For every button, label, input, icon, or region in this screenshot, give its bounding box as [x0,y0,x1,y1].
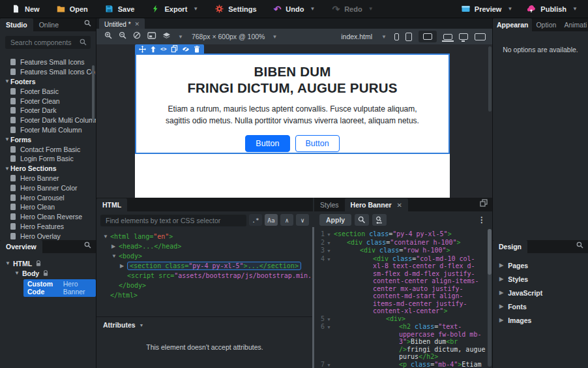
device-small-laptop-icon-selected[interactable] [419,31,437,42]
html-tree-selected-node[interactable]: <section class="py-4 py-xl-5">...</secti… [127,262,301,270]
html-tree-row[interactable]: ▶<section class="py-4 py-xl-5">...</sect… [103,261,313,271]
fold-down-icon[interactable]: ▼ [327,361,331,368]
component-group[interactable]: ▼Hero Sections [0,164,96,174]
move-up-icon[interactable] [150,46,156,53]
overview-node-html[interactable]: ▼ HTML [5,258,96,268]
tab-hero-banner[interactable]: Hero Banner ✕ [345,198,408,211]
fold-right-icon[interactable]: ▶ [111,243,119,249]
tab-design[interactable]: Design [493,240,527,253]
component-item[interactable]: Features Small Icons Co... [0,67,96,77]
design-item-images[interactable]: ▶Images [499,313,588,327]
active-file-selector[interactable]: index.html [341,33,372,40]
settings-button[interactable]: Settings [215,5,256,13]
component-item[interactable]: Footer Clean [0,96,96,106]
component-group[interactable]: ▼Footers [0,77,96,87]
html-tree-node[interactable]: </body> [119,282,146,289]
device-phone-icon[interactable] [394,33,399,40]
move-icon[interactable] [139,46,146,53]
editor-line[interactable]: 4▼<div class="col-md-10 col-xl-8 text-ce… [314,255,486,315]
editor-scrollbar[interactable] [488,229,492,367]
close-icon[interactable]: ✕ [397,202,402,209]
hero-secondary-button[interactable]: Button [295,135,340,152]
fold-down-icon[interactable]: ▼ [111,253,119,259]
hero-paragraph[interactable]: Etiam a rutrum, mauris lectus aptent con… [155,103,430,127]
html-tree-row[interactable]: ▶<head>...</head> [103,241,313,251]
tab-html[interactable]: HTML [96,198,127,211]
styles-menu-kebab-icon[interactable]: ⋮ [478,215,487,224]
fold-right-icon[interactable]: ▶ [120,263,127,269]
search-replace-icon-button[interactable] [372,214,387,226]
html-tree-node[interactable]: <head>...</head> [119,243,181,250]
frame-icon[interactable] [147,31,156,42]
find-elements-input[interactable] [100,215,246,226]
save-button[interactable]: Save [105,5,135,13]
regex-toggle-button[interactable]: .* [249,214,262,226]
component-list-scrollbar[interactable] [92,65,95,121]
editor-line[interactable]: 7▼<p class="mb-4">Etiam a rutrum, mauris… [314,361,486,368]
overview-selected-node[interactable]: Custom Code Hero Banner [23,279,96,297]
panel-splitter[interactable] [312,227,314,368]
open-button[interactable]: Open [57,5,88,13]
overview-search-icon[interactable] [84,239,91,251]
tab-appearance[interactable]: Appearan [493,18,532,31]
zoom-out-icon[interactable] [119,31,127,42]
component-item[interactable]: Hero Clean [0,202,96,212]
hero-banner-section-selected[interactable]: BIBEN DUM FRINGI DICTUM, AUGUE PURUS Eti… [135,54,450,154]
device-monitor-icon[interactable] [475,33,486,40]
component-item[interactable]: Footer Dark Multi Column [0,115,96,125]
component-item[interactable]: Hero Features [0,222,96,232]
document-tab[interactable]: Untitled * ✕ [99,18,145,29]
design-item-fonts[interactable]: ▶Fonts [499,299,588,313]
layers-icon[interactable] [162,31,171,42]
zoom-in-icon[interactable] [104,31,113,42]
component-item[interactable]: Login Form Basic [0,154,96,164]
hero-heading[interactable]: BIBEN DUM FRINGI DICTUM, AUGUE PURUS [136,63,448,96]
apply-button[interactable]: Apply [319,214,351,226]
canvas-scrollbar[interactable] [488,46,492,112]
html-tree-node[interactable]: </html> [110,292,138,299]
chevron-down-icon[interactable]: ▼ [381,34,387,40]
component-item[interactable]: Hero Banner Color [0,183,96,192]
disable-overlay-icon[interactable] [133,31,141,42]
preview-button[interactable]: Preview ▼ [462,5,513,13]
component-group[interactable]: ▼Forms [0,134,96,144]
editor-line[interactable]: 6▼<h2 class="text-uppercase fw-bold mb-3… [314,323,486,361]
tab-studio[interactable]: Studio [0,18,33,31]
component-item[interactable]: Hero Carousel [0,192,96,202]
editor-line[interactable]: 5▼<div> [314,315,486,324]
editor-line[interactable]: 1▼<section class="py-4 py-xl-5"> [314,230,486,239]
tab-animations[interactable]: Animati [560,18,588,31]
case-toggle-button[interactable]: Aa [265,214,278,226]
design-item-pages[interactable]: ▶Pages [499,258,588,272]
canvas-size-label[interactable]: 768px × 600px @ 100% [192,33,265,40]
hide-eye-off-icon[interactable] [182,46,190,53]
overview-node-body[interactable]: ▼ Body [5,268,96,278]
chevron-down-icon[interactable]: ▼ [178,34,183,40]
hero-primary-button[interactable]: Button [245,135,289,152]
design-item-javascript[interactable]: ▶JavaScript [499,286,588,299]
fold-down-icon[interactable]: ▼ [103,234,110,239]
duplicate-icon[interactable] [171,45,178,53]
chevron-down-icon[interactable]: ▼ [272,34,277,40]
redo-button[interactable]: ↷ Redo ▼ [332,5,373,14]
html-tree-node[interactable]: <html lang="en"> [110,233,173,240]
device-display-icon[interactable] [459,33,468,40]
component-item[interactable]: Footer Basic [0,86,96,96]
search-components-input[interactable] [5,36,91,49]
fold-down-icon[interactable]: ▼ [327,255,331,264]
fold-down-icon[interactable]: ▼ [327,323,331,331]
html-tree-row[interactable]: ▼<body> [103,251,313,261]
editor-line[interactable]: 3▼<div class="row h-100"> [314,247,486,255]
fold-down-icon[interactable]: ▼ [327,230,331,239]
find-next-button[interactable]: ∨ [296,214,309,226]
tab-styles[interactable]: Styles [314,198,345,211]
undock-panel-icon[interactable] [480,198,488,209]
fold-down-icon[interactable]: ▼ [327,315,331,324]
html-tree-row[interactable]: </body> [103,281,313,290]
html-tree-row[interactable]: <script src="assets/bootstrap/js/bootstr… [103,271,313,281]
component-item[interactable]: Features Small Icons [0,57,96,67]
component-item[interactable]: Hero Clean Reverse [0,212,96,222]
html-tree-node[interactable]: <body> [119,253,142,260]
attributes-header[interactable]: Attributes ▼ [96,317,313,329]
fold-down-icon[interactable]: ▼ [327,239,331,247]
